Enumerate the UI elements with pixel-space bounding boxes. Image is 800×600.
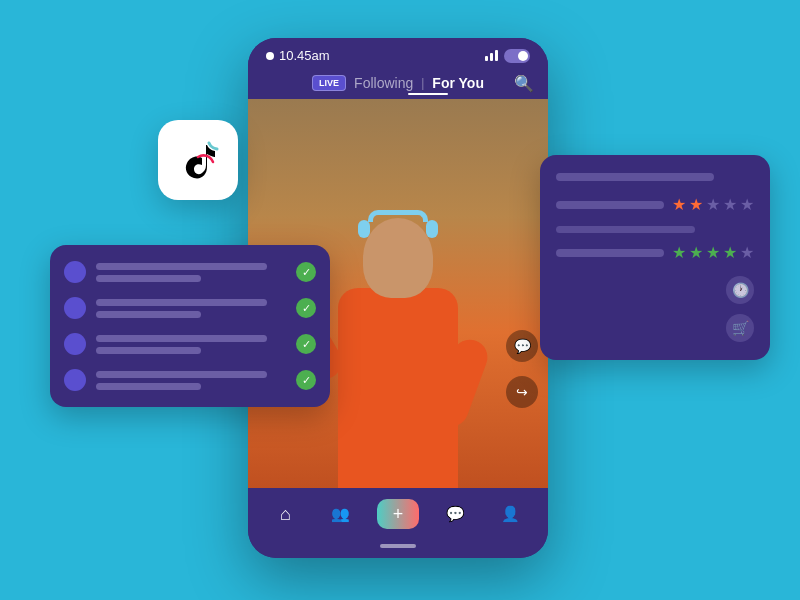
list-bar-long <box>96 299 267 306</box>
nav-divider: | <box>421 76 424 90</box>
messages-icon[interactable]: 💬 <box>438 498 474 530</box>
create-button[interactable]: + <box>377 499 419 529</box>
rating-row-2: ★ ★ ★ ★ ★ <box>556 243 754 262</box>
stars-row-2: ★ ★ ★ ★ ★ <box>672 243 754 262</box>
home-icon[interactable]: ⌂ <box>267 498 303 530</box>
profile-icon[interactable]: 👤 <box>493 498 529 530</box>
list-bars <box>96 335 286 354</box>
list-bar-short <box>96 383 201 390</box>
ratings-card: ★ ★ ★ ★ ★ ★ ★ ★ ★ ★ 🕐 🛒 <box>540 155 770 360</box>
figure-head <box>363 218 433 298</box>
star-icon: ★ <box>740 195 754 214</box>
status-time: 10.45am <box>266 48 330 63</box>
list-avatar <box>64 297 86 319</box>
bottom-nav: ⌂ 👥 + 💬 👤 <box>248 488 548 538</box>
list-item: ✓ <box>64 369 316 391</box>
friends-icon[interactable]: 👥 <box>322 498 358 530</box>
foryou-tab[interactable]: For You <box>432 75 484 91</box>
list-item: ✓ <box>64 333 316 355</box>
video-person <box>308 168 488 488</box>
list-avatar <box>64 333 86 355</box>
tiktok-app-icon[interactable] <box>158 120 238 200</box>
list-bar-short <box>96 275 201 282</box>
signal-icon <box>485 50 498 61</box>
share-icon[interactable]: ↪ <box>506 376 538 408</box>
list-bars <box>96 371 286 390</box>
side-actions: 💬 ↪ <box>506 330 538 408</box>
stars-row-1: ★ ★ ★ ★ ★ <box>672 195 754 214</box>
live-badge: LIVE <box>312 75 346 91</box>
home-indicator <box>248 538 548 558</box>
list-avatar <box>64 369 86 391</box>
star-icon: ★ <box>740 243 754 262</box>
status-bar: 10.45am <box>248 38 548 69</box>
rating-bar <box>556 249 664 257</box>
tab-underline <box>408 93 448 95</box>
search-icon[interactable]: 🔍 <box>514 74 534 93</box>
right-card-icons: 🕐 🛒 <box>556 276 754 342</box>
list-bar-short <box>96 347 201 354</box>
phone-nav-bar: LIVE Following | For You 🔍 <box>248 69 548 99</box>
list-bars <box>96 263 286 282</box>
star-icon: ★ <box>672 195 686 214</box>
list-item: ✓ <box>64 261 316 283</box>
rating-row-1: ★ ★ ★ ★ ★ <box>556 195 754 214</box>
rating-bar <box>556 201 664 209</box>
list-bar-long <box>96 263 267 270</box>
list-bar-long <box>96 371 267 378</box>
chat-bubble-icon[interactable]: 💬 <box>506 330 538 362</box>
star-icon: ★ <box>672 243 686 262</box>
list-bars <box>96 299 286 318</box>
tiktok-logo-svg <box>175 137 221 183</box>
status-icons <box>485 49 530 63</box>
status-dot <box>266 52 274 60</box>
figure-body <box>338 288 458 488</box>
star-icon: ★ <box>689 195 703 214</box>
check-icon: ✓ <box>296 334 316 354</box>
star-icon: ★ <box>689 243 703 262</box>
toggle-icon <box>504 49 530 63</box>
mid-bar <box>556 226 695 233</box>
cart-icon: 🛒 <box>726 314 754 342</box>
check-icon: ✓ <box>296 370 316 390</box>
check-icon: ✓ <box>296 298 316 318</box>
time-label: 10.45am <box>279 48 330 63</box>
home-indicator-bar <box>380 544 416 548</box>
top-bar <box>556 173 714 181</box>
clock-icon: 🕐 <box>726 276 754 304</box>
list-card: ✓ ✓ ✓ ✓ <box>50 245 330 407</box>
star-icon: ★ <box>723 195 737 214</box>
list-bar-short <box>96 311 201 318</box>
list-bar-long <box>96 335 267 342</box>
list-avatar <box>64 261 86 283</box>
following-tab[interactable]: Following <box>354 75 413 91</box>
star-icon: ★ <box>723 243 737 262</box>
list-item: ✓ <box>64 297 316 319</box>
star-icon: ★ <box>706 195 720 214</box>
check-icon: ✓ <box>296 262 316 282</box>
star-icon: ★ <box>706 243 720 262</box>
